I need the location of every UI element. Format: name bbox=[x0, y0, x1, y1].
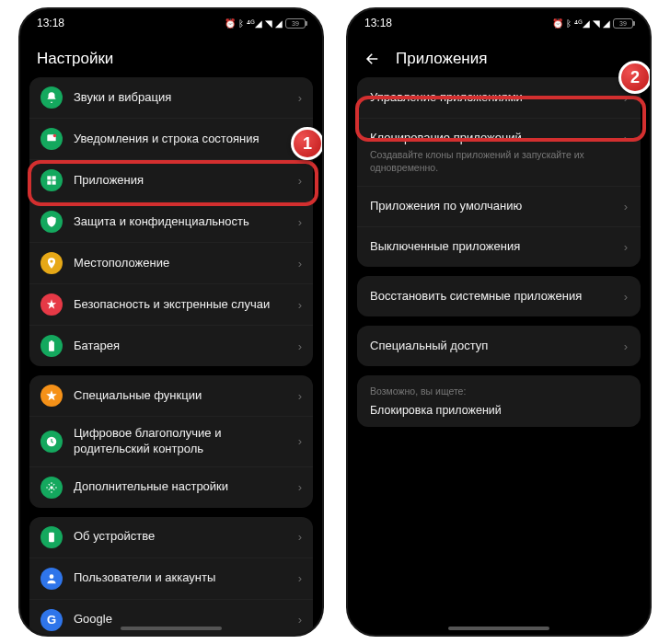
row-manage-apps[interactable]: Управление приложениями › bbox=[357, 77, 641, 118]
row-users[interactable]: Пользователи и аккаунты › bbox=[29, 558, 313, 599]
apps-icon bbox=[40, 169, 63, 191]
signal-icon: ◢ bbox=[603, 18, 610, 29]
gear-icon bbox=[40, 477, 63, 499]
row-about[interactable]: Об устройстве › bbox=[29, 517, 313, 558]
chevron-right-icon: › bbox=[298, 530, 302, 544]
row-battery[interactable]: Батарея › bbox=[29, 325, 313, 366]
row-label: Восстановить системные приложения bbox=[370, 289, 617, 305]
home-indicator[interactable] bbox=[121, 627, 222, 630]
svg-rect-3 bbox=[52, 176, 56, 179]
status-indicators: ⏰ ᛒ ⁴ᴳ◢ ◥ ◢ 39 bbox=[552, 18, 633, 29]
chevron-right-icon: › bbox=[298, 298, 302, 312]
row-label: Цифровое благополучие и родительский кон… bbox=[74, 426, 291, 457]
chevron-right-icon: › bbox=[298, 257, 302, 270]
battery-icon bbox=[40, 335, 63, 357]
step-badge-2: 2 bbox=[618, 61, 652, 94]
row-label: Защита и конфиденциальность bbox=[74, 214, 291, 230]
row-default-apps[interactable]: Приложения по умолчанию › bbox=[357, 186, 641, 226]
back-button[interactable] bbox=[364, 51, 381, 67]
page-header: Приложения bbox=[348, 37, 650, 77]
row-special[interactable]: Специальные функции › bbox=[29, 375, 313, 416]
wellbeing-icon bbox=[40, 431, 63, 453]
svg-point-9 bbox=[50, 486, 53, 489]
chevron-right-icon: › bbox=[298, 480, 302, 494]
row-label: Местоположение bbox=[74, 256, 291, 271]
row-label: Выключенные приложения bbox=[370, 239, 617, 255]
row-disabled-apps[interactable]: Выключенные приложения › bbox=[357, 226, 641, 267]
signal-icon: ◢ bbox=[275, 18, 283, 29]
page-title: Приложения bbox=[396, 50, 487, 68]
chevron-right-icon: › bbox=[298, 339, 302, 353]
row-location[interactable]: Местоположение › bbox=[29, 242, 313, 283]
row-privacy[interactable]: Защита и конфиденциальность › bbox=[29, 201, 313, 242]
svg-rect-5 bbox=[52, 181, 56, 185]
bluetooth-icon: ᛒ bbox=[566, 18, 572, 29]
hint-item[interactable]: Блокировка приложений bbox=[370, 404, 628, 417]
alarm-icon: ⏰ bbox=[225, 18, 236, 29]
row-label: Звуки и вибрация bbox=[74, 90, 291, 106]
row-google[interactable]: G Google › bbox=[29, 599, 313, 637]
svg-point-1 bbox=[53, 134, 57, 138]
svg-rect-4 bbox=[47, 181, 51, 185]
svg-rect-7 bbox=[51, 340, 52, 342]
status-time: 13:18 bbox=[364, 17, 392, 29]
chevron-right-icon: › bbox=[298, 434, 302, 448]
chevron-right-icon: › bbox=[624, 91, 628, 105]
chevron-right-icon: › bbox=[624, 339, 628, 353]
phone-settings: 13:18 ⏰ ᛒ ⁴ᴳ◢ ◥ ◢ 39 Настройки Звуки и в… bbox=[18, 7, 324, 637]
wifi-icon: ◥ bbox=[265, 18, 272, 29]
user-icon bbox=[40, 568, 63, 590]
phone-apps: 13:18 ⏰ ᛒ ⁴ᴳ◢ ◥ ◢ 39 Приложения Управлен… bbox=[346, 7, 652, 637]
row-label: Клонирование приложений bbox=[370, 131, 617, 146]
apps-list: Управление приложениями › Клонирование п… bbox=[348, 77, 650, 427]
google-icon: G bbox=[40, 609, 63, 631]
chevron-right-icon: › bbox=[298, 613, 302, 627]
network-icon: ⁴ᴳ◢ bbox=[574, 18, 590, 29]
svg-rect-10 bbox=[49, 533, 54, 543]
hint-label: Возможно, вы ищете: bbox=[370, 385, 628, 397]
battery-icon: 39 bbox=[285, 18, 306, 29]
chevron-right-icon: › bbox=[298, 389, 302, 403]
row-sounds[interactable]: Звуки и вибрация › bbox=[29, 77, 313, 118]
bluetooth-icon: ᛒ bbox=[238, 18, 244, 29]
settings-list: Звуки и вибрация › Уведомления и строка … bbox=[20, 77, 322, 637]
bell-icon bbox=[40, 86, 63, 109]
row-clone-apps[interactable]: Клонирование приложений › Создавайте кло… bbox=[357, 118, 641, 186]
page-title: Настройки bbox=[20, 37, 322, 77]
row-label: Пользователи и аккаунты bbox=[74, 570, 291, 586]
chevron-right-icon: › bbox=[298, 215, 302, 229]
row-special-access[interactable]: Специальный доступ › bbox=[357, 326, 641, 366]
shield-icon bbox=[40, 211, 63, 233]
battery-icon: 39 bbox=[613, 18, 633, 29]
network-icon: ⁴ᴳ◢ bbox=[247, 18, 262, 29]
row-additional[interactable]: Дополнительные настройки › bbox=[29, 466, 313, 508]
row-notifications[interactable]: Уведомления и строка состояния › bbox=[29, 118, 313, 159]
chevron-right-icon: › bbox=[624, 290, 628, 304]
home-indicator[interactable] bbox=[448, 627, 549, 630]
svg-point-11 bbox=[50, 574, 54, 579]
star-icon bbox=[40, 385, 63, 407]
chevron-right-icon: › bbox=[298, 571, 302, 585]
apps-group-2: Восстановить системные приложения › bbox=[357, 276, 641, 316]
chevron-right-icon: › bbox=[624, 200, 628, 213]
status-bar: 13:18 ⏰ ᛒ ⁴ᴳ◢ ◥ ◢ 39 bbox=[348, 9, 650, 37]
settings-group-3: Об устройстве › Пользователи и аккаунты … bbox=[29, 517, 313, 637]
device-icon bbox=[40, 526, 63, 548]
row-emergency[interactable]: Безопасность и экстренные случаи › bbox=[29, 283, 313, 325]
svg-rect-6 bbox=[49, 341, 54, 351]
chevron-right-icon: › bbox=[624, 240, 628, 254]
alarm-icon: ⏰ bbox=[552, 18, 563, 29]
row-label: Уведомления и строка состояния bbox=[74, 132, 291, 147]
row-label: Приложения bbox=[74, 173, 291, 189]
row-label: Приложения по умолчанию bbox=[370, 199, 617, 214]
chevron-right-icon: › bbox=[298, 91, 302, 105]
row-apps[interactable]: Приложения › bbox=[29, 159, 313, 201]
row-label: Дополнительные настройки bbox=[74, 479, 291, 495]
row-wellbeing[interactable]: Цифровое благополучие и родительский кон… bbox=[29, 416, 313, 466]
notify-icon bbox=[40, 128, 63, 150]
row-restore-system[interactable]: Восстановить системные приложения › bbox=[357, 276, 641, 316]
row-label: Google bbox=[74, 612, 291, 627]
chevron-right-icon: › bbox=[298, 174, 302, 188]
status-indicators: ⏰ ᛒ ⁴ᴳ◢ ◥ ◢ 39 bbox=[225, 18, 306, 29]
location-icon bbox=[40, 252, 63, 274]
